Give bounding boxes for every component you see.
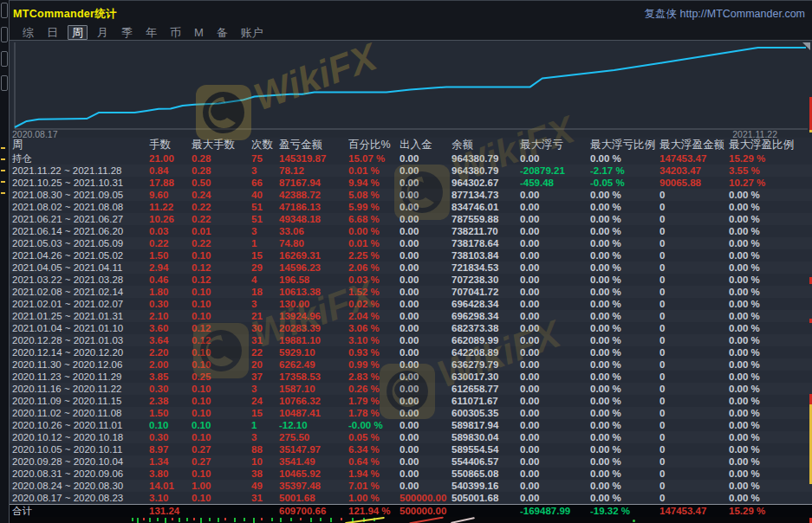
value-cell-2: 66	[251, 177, 279, 189]
table-row[interactable]: 2020.12.14 ~ 2020.12.202.200.10225929.10…	[0, 346, 812, 358]
table-row[interactable]: 2020.10.05 ~ 2020.10.118.970.278835147.9…	[0, 443, 812, 455]
table-row[interactable]: 2020.08.24 ~ 2020.08.3014.011.004935397.…	[0, 480, 812, 492]
column-header-11[interactable]: 最大浮盈比例	[729, 138, 812, 152]
table-row[interactable]: 2021.02.01 ~ 2021.02.070.300.103130.000.…	[0, 298, 812, 310]
table-row[interactable]: 2021.08.02 ~ 2021.08.0811.220.225147186.…	[0, 201, 812, 213]
column-header-2[interactable]: 最大手数	[192, 138, 251, 152]
table-row[interactable]: 持仓21.000.2875145319.8715.07 %0.00964380.…	[0, 152, 812, 165]
column-header-8[interactable]: 最大浮亏	[520, 138, 590, 152]
column-header-9[interactable]: 最大浮亏比例	[590, 138, 659, 152]
menu-item-季[interactable]: 季	[118, 26, 136, 39]
value-cell-8: 0.00 %	[590, 201, 659, 213]
table-row[interactable]: 2021.05.03 ~ 2021.05.090.220.22174.800.0…	[0, 237, 812, 249]
table-row[interactable]: 2021.01.25 ~ 2021.01.312.100.102113924.9…	[0, 310, 812, 322]
value-cell-2: 88	[251, 443, 279, 455]
column-header-3[interactable]: 次数	[251, 138, 279, 152]
period-cell: 2020.10.26 ~ 2020.11.01	[0, 419, 149, 431]
column-header-10[interactable]: 最大浮盈金额	[659, 138, 729, 152]
value-cell-8: 0.00 %	[590, 383, 659, 395]
menu-item-日[interactable]: 日	[43, 26, 62, 39]
table-row[interactable]: 2020.08.17 ~ 2020.08.233.100.10315001.68…	[0, 492, 812, 505]
period-cell: 2020.11.23 ~ 2020.11.29	[0, 371, 149, 383]
value-cell-8: 0.00 %	[590, 431, 659, 443]
table-row[interactable]: 2021.08.30 ~ 2021.09.059.600.244042388.7…	[0, 189, 812, 201]
table-row[interactable]: 2020.11.23 ~ 2020.11.293.850.253717358.5…	[0, 371, 812, 383]
value-cell-4: 1.94 %	[348, 468, 400, 480]
column-header-5[interactable]: 百分比%	[348, 138, 400, 152]
column-header-1[interactable]: 手数	[149, 138, 192, 152]
value-cell-7: 0.00	[520, 443, 590, 455]
value-cell-8: 0.00 %	[590, 468, 659, 480]
menu-item-币[interactable]: 币	[166, 26, 185, 39]
candle-fragment	[253, 518, 255, 523]
value-cell-9: 0	[659, 383, 729, 395]
menu-item-备[interactable]: 备	[213, 26, 231, 39]
column-header-6[interactable]: 出入金	[400, 138, 451, 152]
menu-item-月[interactable]: 月	[94, 26, 112, 39]
table-row[interactable]: 2021.01.04 ~ 2021.01.103.600.123020283.3…	[0, 322, 812, 334]
table-row[interactable]: 2021.02.08 ~ 2021.02.141.800.101810613.3…	[0, 286, 812, 298]
table-row[interactable]: 2021.04.05 ~ 2021.04.112.940.122914596.2…	[0, 262, 812, 274]
menu-item-年[interactable]: 年	[142, 26, 160, 39]
table-row[interactable]: 2021.04.26 ~ 2021.05.021.500.101516269.3…	[0, 249, 812, 262]
background-dash-fragment	[1, 170, 5, 171]
table-row[interactable]: 2021.03.22 ~ 2021.03.280.460.124196.580.…	[0, 274, 812, 286]
table-row[interactable]: 2020.10.26 ~ 2020.11.010.100.101-12.10-0…	[0, 419, 812, 431]
value-cell-0: 3.10	[149, 492, 192, 505]
table-row[interactable]: 2020.11.02 ~ 2020.11.081.500.101510487.4…	[0, 407, 812, 419]
menu-item-周[interactable]: 周	[68, 25, 88, 40]
value-cell-7: 0.00	[520, 152, 590, 165]
menu-item-账户[interactable]: 账户	[237, 26, 267, 39]
value-cell-6: 589554.54	[451, 443, 520, 455]
brand-link[interactable]: 复盘侠 http://MTCommander.com	[645, 7, 805, 22]
value-cell-5: 0.00	[400, 286, 451, 298]
candle-fragment	[209, 518, 211, 521]
title-bar[interactable]: MTCommander统计 复盘侠 http://MTCommander.com	[9, 0, 812, 25]
candle-fragment	[186, 518, 188, 521]
value-cell-3: 19881.10	[279, 334, 348, 346]
candle-fragment	[132, 518, 133, 521]
table-row[interactable]: 2020.11.30 ~ 2020.12.062.000.10206262.49…	[0, 358, 812, 371]
value-cell-6: 964380.79	[451, 152, 520, 165]
period-cell: 2020.08.24 ~ 2020.08.30	[0, 480, 149, 492]
value-cell-3: 17358.53	[279, 371, 348, 383]
value-cell-10: 0.00 %	[729, 492, 812, 505]
column-header-0[interactable]: 周	[0, 138, 149, 152]
value-cell-1: 0.10	[192, 310, 251, 322]
table-row[interactable]: 2021.10.25 ~ 2021.10.3117.880.506687167.…	[0, 177, 812, 189]
menu-item-综[interactable]: 综	[19, 26, 37, 39]
value-cell-3: 275.50	[279, 431, 348, 443]
background-button-fragment	[1, 27, 8, 42]
value-cell-9: 90065.88	[659, 177, 729, 189]
value-cell-1: 0.22	[192, 237, 251, 249]
value-cell-8: 0.00 %	[590, 322, 659, 334]
table-row[interactable]: 2020.08.31 ~ 2020.09.063.800.103810465.9…	[0, 468, 812, 480]
column-header-4[interactable]: 盈亏金额	[279, 138, 348, 152]
value-cell-1: 0.12	[192, 334, 251, 346]
menu-item-M[interactable]: M	[191, 26, 207, 39]
value-cell-8: 0.00 %	[590, 225, 659, 237]
table-row[interactable]: 2021.06.14 ~ 2021.06.200.030.01333.060.0…	[0, 225, 812, 237]
candle-fragment	[172, 518, 173, 520]
value-cell-1: 0.50	[192, 177, 251, 189]
table-row[interactable]: 2020.11.16 ~ 2020.11.220.300.1031587.100…	[0, 383, 812, 395]
value-cell-0: 0.30	[149, 298, 192, 310]
total-row[interactable]: 合计131.24609700.66121.94 %500000.00-16948…	[0, 505, 812, 518]
value-cell-4: 0.64 %	[348, 455, 400, 468]
table-row[interactable]: 2020.11.09 ~ 2020.11.152.380.102410766.3…	[0, 395, 812, 407]
table-row[interactable]: 2021.06.21 ~ 2021.06.2710.260.225149348.…	[0, 213, 812, 225]
value-cell-5: 0.00	[400, 419, 451, 431]
value-cell-10: 0.00 %	[729, 346, 812, 358]
value-cell-5: 0.00	[400, 383, 451, 395]
table-row[interactable]: 2020.10.12 ~ 2020.10.180.300.103275.500.…	[0, 431, 812, 443]
table-row[interactable]: 2021.11.22 ~ 2021.11.280.840.28378.120.0…	[0, 165, 812, 177]
table-row[interactable]: 2020.09.28 ~ 2020.10.041.340.27103541.49…	[0, 455, 812, 468]
value-cell-9: 0	[659, 286, 729, 298]
column-header-7[interactable]: 余额	[451, 138, 520, 152]
value-cell-9: 0	[659, 407, 729, 419]
value-cell-5: 0.00	[400, 152, 451, 165]
period-cell: 2020.12.28 ~ 2021.01.03	[0, 334, 149, 346]
table-row[interactable]: 2020.12.28 ~ 2021.01.033.640.123119881.1…	[0, 334, 812, 346]
value-cell-7: 0.00	[520, 310, 590, 322]
value-cell-10: 0.00 %	[729, 249, 812, 262]
